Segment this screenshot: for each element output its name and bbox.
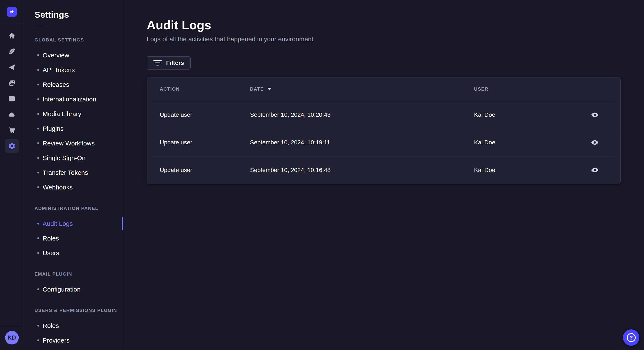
cell-action: Update user bbox=[160, 167, 250, 174]
sidebar-item-configuration[interactable]: Configuration bbox=[24, 282, 123, 297]
sidebar-item-single-sign-on[interactable]: Single Sign-On bbox=[24, 151, 123, 165]
cell-user: Kai Doe bbox=[474, 111, 590, 118]
nav-section-items: Configuration bbox=[24, 282, 123, 297]
sidebar-item-audit-logs[interactable]: Audit Logs bbox=[24, 216, 123, 231]
sidebar-item-transfer-tokens[interactable]: Transfer Tokens bbox=[24, 165, 123, 180]
settings-nav: Settings GLOBAL SETTINGSOverviewAPI Toke… bbox=[24, 0, 123, 350]
sidebar-item-webhooks[interactable]: Webhooks bbox=[24, 180, 123, 194]
sidebar-item-label: Internationalization bbox=[42, 96, 96, 103]
settings-nav-title: Settings bbox=[34, 10, 123, 20]
sidebar-item-label: Audit Logs bbox=[42, 220, 73, 227]
sidebar-item-providers[interactable]: Providers bbox=[24, 333, 123, 348]
gear-icon[interactable] bbox=[5, 139, 19, 153]
bullet-icon bbox=[37, 252, 39, 254]
cell-date: September 10, 2024, 10:19:11 bbox=[250, 139, 474, 146]
sidebar-item-label: Configuration bbox=[42, 286, 80, 293]
sidebar-item-label: Releases bbox=[42, 81, 69, 88]
home-icon[interactable] bbox=[5, 29, 19, 42]
bullet-icon bbox=[37, 186, 39, 188]
column-header-user[interactable]: USER bbox=[474, 86, 590, 92]
bullet-icon bbox=[37, 325, 39, 327]
table-row[interactable]: Update userSeptember 10, 2024, 10:19:11K… bbox=[147, 129, 620, 156]
sidebar-item-releases[interactable]: Releases bbox=[24, 77, 123, 92]
audit-logs-table: ACTION DATE USER Update userSeptember 10… bbox=[147, 77, 620, 184]
table-row[interactable]: Update userSeptember 10, 2024, 10:16:48K… bbox=[147, 156, 620, 184]
paper-plane-icon[interactable] bbox=[5, 60, 19, 74]
bullet-icon bbox=[37, 223, 39, 224]
sidebar-item-label: API Tokens bbox=[42, 66, 75, 74]
cell-action: Update user bbox=[160, 139, 250, 146]
eye-icon[interactable] bbox=[590, 137, 600, 148]
column-header-action[interactable]: ACTION bbox=[160, 86, 250, 92]
bullet-icon bbox=[37, 157, 39, 159]
bullet-icon bbox=[37, 54, 39, 56]
bullet-icon bbox=[37, 142, 39, 144]
sidebar-item-label: Review Workflows bbox=[42, 140, 95, 147]
page-subtitle: Logs of all the activities that happened… bbox=[147, 35, 644, 43]
filters-button[interactable]: Filters bbox=[147, 56, 190, 70]
sidebar-item-label: Webhooks bbox=[42, 184, 72, 191]
cell-date: September 10, 2024, 10:20:43 bbox=[250, 111, 474, 118]
bullet-icon bbox=[37, 69, 39, 71]
sidebar-item-media-library[interactable]: Media Library bbox=[24, 107, 123, 121]
feather-icon[interactable] bbox=[5, 45, 19, 58]
bullet-icon bbox=[37, 98, 39, 100]
nav-section-label-email-plugin: EMAIL PLUGIN bbox=[34, 271, 123, 277]
sidebar-item-label: Plugins bbox=[42, 125, 64, 132]
sidebar-item-label: Users bbox=[42, 249, 59, 257]
eye-icon[interactable] bbox=[590, 110, 600, 120]
sidebar-item-overview[interactable]: Overview bbox=[24, 48, 123, 62]
cell-user: Kai Doe bbox=[474, 167, 590, 174]
sidebar-item-plugins[interactable]: Plugins bbox=[24, 121, 123, 136]
sidebar-item-roles[interactable]: Roles bbox=[24, 318, 123, 333]
avatar[interactable]: KD bbox=[5, 331, 19, 345]
help-button[interactable]: ? bbox=[623, 329, 639, 346]
sidebar-item-users[interactable]: Users bbox=[24, 246, 123, 260]
sidebar-item-internationalization[interactable]: Internationalization bbox=[24, 92, 123, 107]
strapi-logo-icon bbox=[7, 7, 17, 17]
column-header-date[interactable]: DATE bbox=[250, 86, 474, 92]
bullet-icon bbox=[37, 84, 39, 85]
page-title: Audit Logs bbox=[147, 18, 644, 32]
nav-section-label-administration-panel: ADMINISTRATION PANEL bbox=[34, 206, 123, 211]
sidebar-item-label: Single Sign-On bbox=[42, 154, 86, 162]
cell-date: September 10, 2024, 10:16:48 bbox=[250, 167, 474, 174]
bullet-icon bbox=[37, 128, 39, 130]
cell-action: Update user bbox=[160, 111, 250, 118]
rail-icon-list bbox=[5, 29, 19, 153]
nav-section-items: Audit LogsRolesUsers bbox=[24, 216, 123, 260]
table-header-row: ACTION DATE USER bbox=[147, 77, 620, 101]
icon-rail: KD bbox=[0, 0, 24, 350]
cloud-icon[interactable] bbox=[5, 108, 19, 121]
table-row[interactable]: Update userSeptember 10, 2024, 10:20:43K… bbox=[147, 101, 620, 129]
bullet-icon bbox=[37, 172, 39, 174]
sort-desc-icon bbox=[267, 88, 272, 90]
sidebar-item-label: Media Library bbox=[42, 110, 81, 118]
sidebar-item-api-tokens[interactable]: API Tokens bbox=[24, 62, 123, 77]
nav-section-label-users-permissions-plugin: USERS & PERMISSIONS PLUGIN bbox=[34, 308, 123, 313]
strapi-logo[interactable] bbox=[0, 0, 24, 24]
sidebar-item-label: Overview bbox=[42, 52, 69, 59]
sidebar-item-review-workflows[interactable]: Review Workflows bbox=[24, 136, 123, 151]
sidebar-item-label: Roles bbox=[42, 322, 59, 329]
filters-button-label: Filters bbox=[166, 59, 184, 66]
cart-icon[interactable] bbox=[5, 123, 19, 137]
settings-nav-sections: GLOBAL SETTINGSOverviewAPI TokensRelease… bbox=[24, 37, 123, 348]
eye-icon[interactable] bbox=[590, 165, 600, 175]
question-mark-icon: ? bbox=[627, 333, 636, 342]
bullet-icon bbox=[37, 113, 39, 115]
nav-section-items: RolesProviders bbox=[24, 318, 123, 348]
bullet-icon bbox=[37, 339, 39, 341]
nav-section-label-global-settings: GLOBAL SETTINGS bbox=[34, 37, 123, 43]
main-content: Audit Logs Logs of all the activities th… bbox=[123, 0, 644, 350]
sidebar-item-label: Providers bbox=[42, 337, 70, 344]
table-body: Update userSeptember 10, 2024, 10:20:43K… bbox=[147, 101, 620, 184]
rail-bottom: KD bbox=[0, 326, 24, 350]
nav-section-items: OverviewAPI TokensReleasesInternationali… bbox=[24, 48, 123, 194]
media-library-icon[interactable] bbox=[5, 76, 19, 90]
layout-icon[interactable] bbox=[5, 92, 19, 105]
sidebar-item-roles[interactable]: Roles bbox=[24, 231, 123, 246]
sidebar-item-label: Roles bbox=[42, 235, 59, 242]
filter-icon bbox=[153, 60, 162, 65]
cell-user: Kai Doe bbox=[474, 139, 590, 146]
